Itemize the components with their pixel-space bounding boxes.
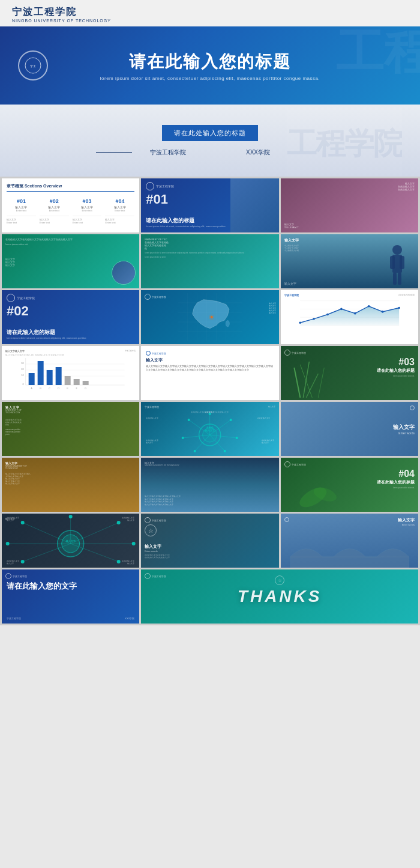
photo-spring-label: 输入文字在此处输入文字在此处输入文字 xyxy=(284,182,415,191)
svg-rect-5 xyxy=(400,256,404,269)
ending-school2: XXX学院 xyxy=(125,617,134,620)
row-6: 输入文字 NINGBO UNIVERSITY OFTECHNOLOGY 输入文字… xyxy=(2,458,418,512)
teal-text-header: 在此处输入文字在此处输入文字在此处输入文字在此处输入文字 xyxy=(5,238,136,241)
ov-sub-4: Enter text xyxy=(105,209,134,212)
svg-point-89 xyxy=(21,560,25,563)
ov-item-3: #03 输入文字 Enter text xyxy=(73,195,102,212)
slide-enterwords2[interactable]: 宁波工程学院 ☆ 输入文字 Enter words 在此处输入文字在此处输入文字… xyxy=(141,514,278,568)
cover-divider-row: 宁波工程学院 XXX学院 xyxy=(96,148,324,157)
ending-title: 请在此输入您的文字 xyxy=(7,581,134,592)
overview-bottom: 输入文字Enter text 输入文字Enter text 输入文字Enter … xyxy=(7,216,134,224)
svg-point-72 xyxy=(224,450,226,452)
svg-point-24 xyxy=(299,321,301,324)
svg-text:0: 0 xyxy=(22,383,24,386)
ov-desc-2: 输入文字Enter text xyxy=(40,216,69,224)
section3-logo-circle xyxy=(284,350,290,356)
svg-rect-44 xyxy=(56,367,62,385)
textcontent-title: 输入文字 xyxy=(146,357,274,363)
ov-desc-3: 输入文字Enter text xyxy=(73,216,102,224)
section1-photo xyxy=(230,178,278,232)
svg-rect-6 xyxy=(393,273,397,285)
ov-item-2: #02 输入文字 Enter text xyxy=(40,195,69,212)
slide-autumn-trees[interactable]: 输入文字 NINGBO UNIVERSITY OFTECHNOLOGY 输入文字… xyxy=(2,458,139,512)
slide-thanks[interactable]: 宁波工程学院 ☆ THANKS xyxy=(141,569,418,624)
svg-text:A: A xyxy=(31,387,32,390)
slide-textcontent[interactable]: 宁波工程学院 输入文字 输入文字输入文字输入文字输入文字输入文字输入文字输入文字… xyxy=(141,346,278,400)
row-5: 输入文字 UNIVERSITY OFTECHNOLOGY 在此处输入文字在此处输… xyxy=(2,402,418,456)
svg-point-74 xyxy=(182,437,184,439)
svg-point-8 xyxy=(226,320,229,327)
ov-num-1: #01 xyxy=(17,198,26,204)
svg-point-90 xyxy=(117,560,121,563)
slide-city-water[interactable]: 输入文字 NINGBO UNIVERSITY OF TECHNOLOGY 输入文… xyxy=(141,458,278,512)
svg-rect-4 xyxy=(390,256,395,269)
svg-text:F: F xyxy=(76,387,77,390)
bridge-text: 输入文字 Enter words xyxy=(398,517,415,526)
ending-logo-text: 宁波工程学院 xyxy=(13,575,27,578)
section4-content: #04 请在此输入您的标题 lorem ipsum dolor sit amet… xyxy=(377,469,415,489)
ending-content: 请在此输入您的文字 xyxy=(7,581,134,592)
svg-rect-43 xyxy=(47,370,53,385)
slide-bridge[interactable]: 输入文字 Enter words xyxy=(281,514,418,568)
slide-ending[interactable]: 宁波工程学院 请在此输入您的文字 宁波工程学院 XXX学院 xyxy=(2,569,139,624)
svg-line-59 xyxy=(318,368,324,398)
textcontent-logo: 宁波工程学院 xyxy=(146,351,166,356)
radial-top-label: 在此处输入 xyxy=(205,411,214,413)
slide-overview[interactable]: 章节概览 Sections Overview #01 输入文字 Enter te… xyxy=(2,178,139,232)
svg-line-66 xyxy=(195,435,210,451)
thanks-logo-circle xyxy=(145,573,151,579)
slide-section2[interactable]: 宁波工程学院 #02 请在此输入您的标题 lorem ipsum dolor s… xyxy=(2,290,139,344)
silhouette-figure xyxy=(385,244,409,288)
slide-section1[interactable]: 宁波工程学院 #01 请在此输入您的标题 lorem ipsum dolor s… xyxy=(141,178,278,232)
slide-section4[interactable]: 宁波工程学院 #04 请在此输入您的标题 lorem ipsum dolor s… xyxy=(281,458,418,512)
slide-silhouette[interactable]: 输入文字 个人简介个人名字个人简介个人简介个人整理个人介绍 输入文字 xyxy=(281,234,418,288)
slide-teal-text[interactable]: 在此处输入文字在此处输入文字在此处输入文字在此处输入文字 lorem ipsum… xyxy=(2,234,139,288)
autumn-content: 输入文字 UNIVERSITY OFTECHNOLOGY 在此处输入文字在此处输… xyxy=(2,402,139,439)
section3-content: #03 请在此输入您的标题 lorem ipsum dolor sit amet… xyxy=(377,357,415,377)
slide-mindmap[interactable]: 输入文字 xyxy=(2,514,139,568)
thanks-text: THANKS xyxy=(238,587,322,606)
bridge-logo xyxy=(284,517,289,522)
autumn-trees-desc: 输入文字输入文字输入文字输入文字输入文字输入文字输入文字输入文字输入文字输入文字… xyxy=(5,473,136,485)
badge-text: 宁波工程学院 xyxy=(156,184,174,188)
slide-teal-campus[interactable]: NMINIFEST OF TEC在此处输入文字在此处输入文字在此处在此处 lor… xyxy=(141,234,278,288)
textcontent-logo-text: 宁波工程学院 xyxy=(152,352,166,355)
mm-label-br: 在此处输入文字输入文字 xyxy=(122,560,134,565)
mm-label-tl: 在此处输入文字输入文字 xyxy=(7,517,19,521)
slide-enterwords[interactable]: 输入文字 Enter words xyxy=(281,402,418,456)
slide-radial[interactable]: 宁波工程学院 输入文字 在此处输入文字在此处输入文字在此处输入文字 xyxy=(141,402,278,456)
silhouette-bottom: 输入文字 xyxy=(284,282,296,285)
cover-slide-2: 工程学院 请在此处输入您的标题 宁波工程学院 XXX学院 xyxy=(0,105,420,177)
slide-section3[interactable]: 宁波工程学院 #03 请在此输入您的标题 lorem ipsum dolor s… xyxy=(281,346,418,400)
hero-title: 请在此输入您的标题 xyxy=(100,50,320,73)
ew2-logo-text: 宁波工程学院 xyxy=(152,519,166,522)
map-logo: 宁波工程学院 xyxy=(145,294,166,300)
svg-text:B: B xyxy=(40,387,41,390)
slide-map[interactable]: 宁波工程学院 xyxy=(141,290,278,344)
mm-center: 输入文字 xyxy=(66,539,76,542)
svg-rect-47 xyxy=(83,381,89,385)
section4-logo-text: 宁波工程学院 xyxy=(292,463,306,466)
campus-content: NMINIFEST OF TEC在此处输入文字在此处输入文字在此处在此处 lor… xyxy=(141,234,278,262)
svg-point-31 xyxy=(398,307,400,309)
svg-point-92 xyxy=(6,542,10,545)
slide2-badge-text: 宁波工程学院 xyxy=(17,296,35,300)
logo-chinese: 宁波工程学院 xyxy=(12,6,77,19)
linechart-title: 宁波工程学院 xyxy=(284,294,299,297)
enterwords-content: 输入文字 Enter words xyxy=(281,402,418,456)
section3-nature-dec xyxy=(281,356,350,400)
row-1: 章节概览 Sections Overview #01 输入文字 Enter te… xyxy=(2,178,418,232)
svg-point-87 xyxy=(21,521,25,524)
svg-rect-46 xyxy=(74,379,80,385)
radial-center-text: 在此处输入文字 xyxy=(205,426,215,432)
barchart-desc: 输入文字输入文字输入文字输入 #01 也此处输入文字. 70 此处输入文字 40 xyxy=(5,354,136,356)
textcontent-body: 输入文字输入文字输入文字输入文字输入文字输入文字输入文字输入文字输入文字输入文字… xyxy=(146,365,274,372)
slide-linechart[interactable]: 宁波工程学院 在此处输入您的标题 xyxy=(281,290,418,344)
slide-barchart[interactable]: 输入文字输入文字 宁波工程学院 输入文字输入文字输入文字输入 #01 也此处输入… xyxy=(2,346,139,400)
svg-text:E: E xyxy=(67,387,68,390)
section3-logo: 宁波工程学院 xyxy=(284,350,306,356)
svg-line-56 xyxy=(303,362,309,398)
slide-autumn[interactable]: 输入文字 UNIVERSITY OFTECHNOLOGY 在此处输入文字在此处输… xyxy=(2,402,139,456)
thanks-logo-text: 宁波工程学院 xyxy=(152,575,166,578)
slide-photo-spring[interactable]: 输入文字在此处输入文字在此处输入文字 输入文字TELLIISAM.T xyxy=(281,178,418,232)
